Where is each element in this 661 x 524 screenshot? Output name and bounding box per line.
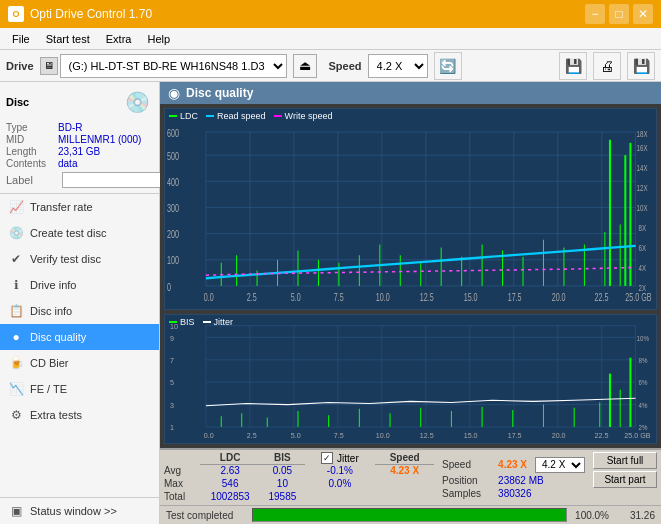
speed-label-right: Speed: [442, 459, 494, 470]
position-value: 23862 MB: [498, 475, 544, 486]
write-speed-color: [274, 115, 282, 117]
svg-text:15.0: 15.0: [464, 292, 478, 304]
svg-text:200: 200: [167, 229, 179, 241]
bis-color: [169, 321, 177, 323]
sidebar: Disc 💿 Type BD-R MID MILLENMR1 (000) Len…: [0, 82, 160, 524]
disc-type-value: BD-R: [58, 122, 82, 133]
sidebar-item-cd-bier[interactable]: 🍺 CD Bier: [0, 350, 159, 376]
svg-text:0: 0: [167, 281, 171, 293]
disc-mid-row: MID MILLENMR1 (000): [6, 134, 153, 145]
bottom-chart-legend: BIS Jitter: [169, 317, 233, 327]
refresh-button[interactable]: 🔄: [434, 52, 462, 80]
close-button[interactable]: ✕: [633, 4, 653, 24]
speed-value-display: 4.23 X: [375, 464, 434, 477]
verify-test-disc-icon: ✔: [8, 251, 24, 267]
start-full-button[interactable]: Start full: [593, 452, 657, 469]
disc-icon: 💿: [121, 86, 153, 118]
col-header-speed: Speed: [375, 452, 434, 464]
disc-label-label: Label: [6, 174, 58, 186]
svg-text:18X: 18X: [637, 128, 649, 139]
sidebar-item-label: Create test disc: [30, 227, 106, 239]
sidebar-item-create-test-disc[interactable]: 💿 Create test disc: [0, 220, 159, 246]
sidebar-item-transfer-rate[interactable]: 📈 Transfer rate: [0, 194, 159, 220]
menu-extra[interactable]: Extra: [98, 31, 140, 47]
stats-row: LDC BIS ✓ Jitter: [160, 450, 661, 505]
sidebar-item-disc-quality[interactable]: ● Disc quality: [0, 324, 159, 350]
legend-read-label: Read speed: [217, 111, 266, 121]
svg-text:0.0: 0.0: [204, 292, 214, 304]
col-header-jitter-check[interactable]: ✓ Jitter: [305, 452, 376, 464]
total-label: Total: [164, 490, 200, 503]
action-buttons: Start full Start part: [589, 450, 661, 505]
drive-select[interactable]: (G:) HL-DT-ST BD-RE WH16NS48 1.D3: [60, 54, 287, 78]
sidebar-item-fe-te[interactable]: 📉 FE / TE: [0, 376, 159, 402]
sidebar-item-label: Extra tests: [30, 409, 82, 421]
svg-text:400: 400: [167, 177, 179, 189]
toolbar-icon-1[interactable]: 💾: [559, 52, 587, 80]
jitter-checkbox[interactable]: ✓: [321, 452, 333, 464]
disc-type-label: Type: [6, 122, 58, 133]
svg-text:500: 500: [167, 150, 179, 162]
speed-select[interactable]: 4.2 X: [368, 54, 428, 78]
right-stats: Speed 4.23 X 4.2 X Position 23862 MB Sam…: [438, 450, 589, 505]
svg-text:14X: 14X: [637, 162, 649, 173]
svg-text:0.0: 0.0: [204, 431, 214, 440]
svg-text:300: 300: [167, 203, 179, 215]
disc-length-label: Length: [6, 146, 58, 157]
sidebar-item-label: Disc quality: [30, 331, 86, 343]
menu-start-test[interactable]: Start test: [38, 31, 98, 47]
app-icon: O: [8, 6, 24, 22]
main-layout: Disc 💿 Type BD-R MID MILLENMR1 (000) Len…: [0, 82, 661, 524]
bottom-chart-svg: 1 3 5 7 9 10 2% 4% 6% 8% 10% 0.0 2.5 5.0: [165, 315, 656, 443]
start-part-button[interactable]: Start part: [593, 471, 657, 488]
menu-file[interactable]: File: [4, 31, 38, 47]
svg-text:5.0: 5.0: [291, 431, 301, 440]
toolbar: Drive 🖥 (G:) HL-DT-ST BD-RE WH16NS48 1.D…: [0, 50, 661, 82]
disc-quality-icon: ●: [8, 329, 24, 345]
read-speed-color: [206, 115, 214, 117]
status-window-label: Status window >>: [30, 505, 117, 517]
toolbar-icon-3[interactable]: 💾: [627, 52, 655, 80]
fe-te-icon: 📉: [8, 381, 24, 397]
maximize-button[interactable]: □: [609, 4, 629, 24]
svg-text:22.5: 22.5: [595, 431, 609, 440]
svg-text:5: 5: [170, 378, 174, 387]
svg-rect-70: [165, 315, 656, 443]
samples-label: Samples: [442, 488, 494, 499]
progress-area: Test completed 100.0% 31.26: [160, 505, 661, 524]
svg-text:8%: 8%: [639, 357, 648, 364]
progress-bar-container: [252, 508, 567, 522]
speed-dropdown[interactable]: 4.2 X: [535, 457, 585, 473]
total-jitter-empty: [305, 490, 376, 503]
status-window-button[interactable]: ▣ Status window >>: [0, 497, 159, 524]
eject-button[interactable]: ⏏: [293, 54, 317, 78]
svg-text:4X: 4X: [639, 262, 647, 273]
sidebar-item-extra-tests[interactable]: ⚙ Extra tests: [0, 402, 159, 428]
max-bis: 10: [260, 477, 304, 490]
max-ldc: 546: [200, 477, 260, 490]
max-label: Max: [164, 477, 200, 490]
legend-jitter-label: Jitter: [214, 317, 234, 327]
toolbar-icon-2[interactable]: 🖨: [593, 52, 621, 80]
transfer-rate-icon: 📈: [8, 199, 24, 215]
progress-status: Test completed: [166, 510, 246, 521]
svg-text:1: 1: [170, 423, 174, 432]
sidebar-item-verify-test-disc[interactable]: ✔ Verify test disc: [0, 246, 159, 272]
drive-label: Drive: [6, 60, 34, 72]
status-window-icon: ▣: [8, 503, 24, 519]
menu-bar: File Start test Extra Help: [0, 28, 661, 50]
svg-text:9: 9: [170, 333, 174, 342]
svg-text:600: 600: [167, 127, 179, 139]
sidebar-item-drive-info[interactable]: ℹ Drive info: [0, 272, 159, 298]
sidebar-item-disc-info[interactable]: 📋 Disc info: [0, 298, 159, 324]
charts-area: LDC Read speed Write speed: [160, 104, 661, 448]
minimize-button[interactable]: −: [585, 4, 605, 24]
create-test-disc-icon: 💿: [8, 225, 24, 241]
title-bar: O Opti Drive Control 1.70 − □ ✕: [0, 0, 661, 28]
menu-help[interactable]: Help: [139, 31, 178, 47]
disc-contents-row: Contents data: [6, 158, 153, 169]
legend-read-speed: Read speed: [206, 111, 266, 121]
top-chart-svg: 0 100 200 300 400 500 600 2X 4X 6X 8X 10…: [165, 109, 656, 309]
avg-label: Avg: [164, 464, 200, 477]
bottom-chart: BIS Jitter: [164, 314, 657, 444]
